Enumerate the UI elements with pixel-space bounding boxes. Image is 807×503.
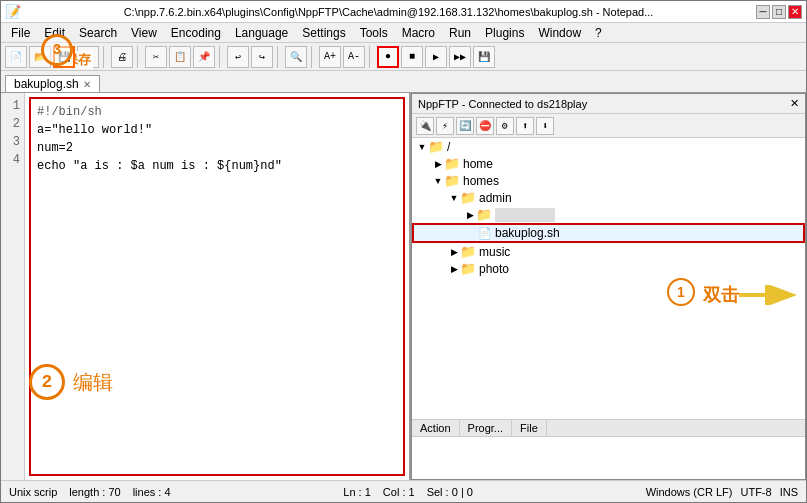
print-button[interactable]: 🖨 xyxy=(111,46,133,68)
menu-encoding[interactable]: Encoding xyxy=(165,25,227,41)
folder-icon-admin: 📁 xyxy=(460,190,476,205)
toolbar: 📄 📂 💾 3 ✖ 🖨 ✂ 📋 📌 ↩ ↪ 🔍 A+ A- ● ■ ▶ ▶▶ 💾 xyxy=(1,43,806,71)
toolbar-separator-2 xyxy=(137,46,141,68)
title-bar: 📝 C:\npp.7.6.2.bin.x64\plugins\Config\Np… xyxy=(1,1,806,23)
tree-item-photo[interactable]: ▶ 📁 photo xyxy=(412,260,805,277)
toolbar-separator-1 xyxy=(103,46,107,68)
ftp-log-col-file[interactable]: File xyxy=(512,420,547,436)
folder-icon-photo: 📁 xyxy=(460,261,476,276)
arrow-annotation: 双击 xyxy=(703,283,799,307)
menu-view[interactable]: View xyxy=(125,25,163,41)
new-file-button[interactable]: 📄 xyxy=(5,46,27,68)
status-ln: Ln : 1 xyxy=(343,486,371,498)
folder-icon-blurred: 📁 xyxy=(476,207,492,222)
ftp-log-col-action[interactable]: Action xyxy=(412,420,460,436)
ftp-log-header: Action Progr... File xyxy=(412,420,805,437)
tree-item-bakuplog[interactable]: 📄 bakuplog.sh xyxy=(412,223,805,243)
folder-icon-homes: 📁 xyxy=(444,173,460,188)
menu-run[interactable]: Run xyxy=(443,25,477,41)
editor-pane: 1 2 3 4 #!/bin/sh a="hello world!" num=2… xyxy=(1,93,411,480)
menu-tools[interactable]: Tools xyxy=(354,25,394,41)
tree-label-bakuplog[interactable]: bakuplog.sh xyxy=(495,226,560,240)
status-unix-scrip: Unix scrip xyxy=(9,486,57,498)
menu-macro[interactable]: Macro xyxy=(396,25,441,41)
ftp-refresh-button[interactable]: 🔄 xyxy=(456,117,474,135)
close-button[interactable]: ✕ xyxy=(788,5,802,19)
tree-item-home[interactable]: ▶ 📁 home xyxy=(412,155,805,172)
ftp-settings-button[interactable]: ⚙ xyxy=(496,117,514,135)
menu-file[interactable]: File xyxy=(5,25,36,41)
copy-button[interactable]: 📋 xyxy=(169,46,191,68)
status-right: Windows (CR LF) UTF-8 INS xyxy=(646,486,798,498)
status-line-ending: Windows (CR LF) xyxy=(646,486,733,498)
maximize-button[interactable]: □ xyxy=(772,5,786,19)
status-length: length : 70 xyxy=(69,486,120,498)
ftp-disconnect-button[interactable]: ⚡ xyxy=(436,117,454,135)
code-line-4: echo "a is : $a num is : ${num}nd" xyxy=(37,157,397,175)
tree-item-root[interactable]: ▼ 📁 / xyxy=(412,138,805,155)
ftp-title-bar: NppFTP - Connected to ds218play ✕ xyxy=(412,94,805,114)
tree-item-blurred[interactable]: ▶ 📁 xyxy=(412,206,805,223)
macro-record-button[interactable]: ● xyxy=(377,46,399,68)
ftp-upload-button[interactable]: ⬆ xyxy=(516,117,534,135)
zoom-out-button[interactable]: A- xyxy=(343,46,365,68)
title-text: C:\npp.7.6.2.bin.x64\plugins\Config\NppF… xyxy=(124,6,654,18)
ftp-abort-button[interactable]: ⛔ xyxy=(476,117,494,135)
paste-button[interactable]: 📌 xyxy=(193,46,215,68)
ftp-toolbar: 🔌 ⚡ 🔄 ⛔ ⚙ ⬆ ⬇ xyxy=(412,114,805,138)
status-bar: Unix scrip length : 70 lines : 4 Ln : 1 … xyxy=(1,480,806,502)
macro-save-button[interactable]: 💾 xyxy=(473,46,495,68)
tree-item-homes[interactable]: ▼ 📁 homes xyxy=(412,172,805,189)
macro-run-button[interactable]: ▶▶ xyxy=(449,46,471,68)
app-icon: 📝 xyxy=(5,4,21,19)
find-button[interactable]: 🔍 xyxy=(285,46,307,68)
menu-settings[interactable]: Settings xyxy=(296,25,351,41)
tree-label-homes: homes xyxy=(463,174,499,188)
menu-window[interactable]: Window xyxy=(532,25,587,41)
ftp-connect-button[interactable]: 🔌 xyxy=(416,117,434,135)
double-click-label: 双击 xyxy=(703,283,739,307)
menu-edit[interactable]: Edit xyxy=(38,25,71,41)
tree-item-admin[interactable]: ▼ 📁 admin xyxy=(412,189,805,206)
ftp-close-button[interactable]: ✕ xyxy=(790,97,799,110)
ftp-title-text: NppFTP - Connected to ds218play xyxy=(418,98,587,110)
code-editor[interactable]: #!/bin/sh a="hello world!" num=2 echo "a… xyxy=(29,97,405,476)
tree-arrow-homes: ▼ xyxy=(432,176,444,186)
tree-label-photo: photo xyxy=(479,262,509,276)
tab-bar: bakuplog.sh ✕ xyxy=(1,71,806,93)
line-numbers: 1 2 3 4 xyxy=(1,93,25,480)
menu-search[interactable]: Search xyxy=(73,25,123,41)
ftp-pane: NppFTP - Connected to ds218play ✕ 🔌 ⚡ 🔄 … xyxy=(411,93,806,480)
macro-stop-button[interactable]: ■ xyxy=(401,46,423,68)
status-left: Unix scrip length : 70 lines : 4 xyxy=(9,486,171,498)
tree-label-blurred xyxy=(495,208,555,222)
save-button[interactable]: 💾 3 xyxy=(53,46,75,68)
tab-label: bakuplog.sh xyxy=(14,77,79,91)
tree-item-music[interactable]: ▶ 📁 music xyxy=(412,243,805,260)
code-line-1: #!/bin/sh xyxy=(37,103,397,121)
toolbar-separator-6 xyxy=(369,46,373,68)
tree-arrow-music: ▶ xyxy=(448,247,460,257)
ftp-log-col-progress[interactable]: Progr... xyxy=(460,420,512,436)
folder-icon-home: 📁 xyxy=(444,156,460,171)
tab-close-button[interactable]: ✕ xyxy=(83,79,91,90)
menu-help[interactable]: ? xyxy=(589,25,608,41)
annotation-2-circle: 2 xyxy=(29,364,65,400)
tree-label-music: music xyxy=(479,245,510,259)
editor-content: 1 2 3 4 #!/bin/sh a="hello world!" num=2… xyxy=(1,93,409,480)
cut-button[interactable]: ✂ xyxy=(145,46,167,68)
open-file-button[interactable]: 📂 xyxy=(29,46,51,68)
ftp-download-button[interactable]: ⬇ xyxy=(536,117,554,135)
macro-play-button[interactable]: ▶ xyxy=(425,46,447,68)
menu-plugins[interactable]: Plugins xyxy=(479,25,530,41)
status-col: Col : 1 xyxy=(383,486,415,498)
zoom-in-button[interactable]: A+ xyxy=(319,46,341,68)
redo-button[interactable]: ↪ xyxy=(251,46,273,68)
minimize-button[interactable]: ─ xyxy=(756,5,770,19)
editor-tab[interactable]: bakuplog.sh ✕ xyxy=(5,75,100,92)
ftp-file-tree[interactable]: ▼ 📁 / ▶ 📁 home ▼ 📁 homes xyxy=(412,138,805,419)
status-middle: Ln : 1 Col : 1 Sel : 0 | 0 xyxy=(343,486,473,498)
menu-language[interactable]: Language xyxy=(229,25,294,41)
tree-arrow-admin: ▼ xyxy=(448,193,460,203)
undo-button[interactable]: ↩ xyxy=(227,46,249,68)
